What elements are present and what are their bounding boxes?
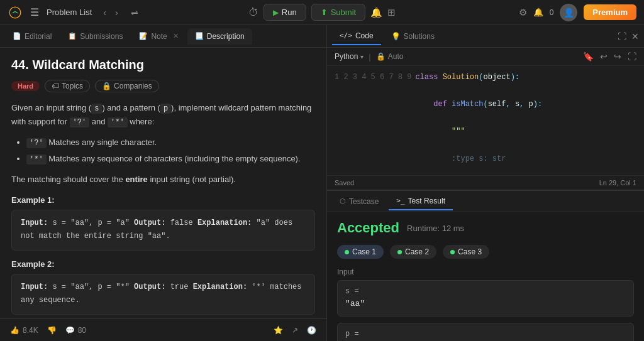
premium-button[interactable]: Premium xyxy=(584,4,636,20)
tab-description[interactable]: 📃 Description xyxy=(187,28,252,45)
lang-bar: Python ▾ | 🔒 Auto 🔖 ↩ ↪ ⛶ xyxy=(327,48,644,66)
bullet-1: '?' Matches any single character. xyxy=(26,136,315,149)
case-2-dot xyxy=(397,250,402,254)
tag-icon: 🏷 xyxy=(52,82,59,90)
topics-tag[interactable]: 🏷 Topics xyxy=(45,80,90,92)
q-code: '?' xyxy=(70,117,90,127)
s-var-label: s = xyxy=(345,286,626,298)
auto-button[interactable]: 🔒 Auto xyxy=(376,52,404,61)
cases-row: Case 1 Case 2 Case 3 xyxy=(337,245,634,259)
example-2-title: Example 2: xyxy=(11,259,315,269)
case-3-button[interactable]: Case 3 xyxy=(443,245,489,259)
example-2-code: Input: s = "aa", p = "*" Output: true Ex… xyxy=(11,274,315,315)
expand-icon[interactable]: ⛶ xyxy=(618,31,626,41)
tab-submissions[interactable]: 📋 Submissions xyxy=(60,28,130,45)
lang-separator: | xyxy=(369,52,370,62)
like-button[interactable]: 👍 8.4K xyxy=(10,326,38,335)
p-var-label: p = xyxy=(345,328,626,340)
bullets-list: '?' Matches any single character. '*' Ma… xyxy=(11,136,315,166)
code-tabs-bar: </> Code 💡 Solutions ⛶ ✕ xyxy=(327,25,644,48)
nav-arrows: ‹ › xyxy=(99,5,121,20)
example-1-code: Input: s = "aa", p = "a" Output: false E… xyxy=(11,210,315,251)
solutions-icon: 💡 xyxy=(391,32,401,41)
note-icon: 📝 xyxy=(139,32,148,40)
python-label: Python xyxy=(335,52,358,61)
thumbs-down-icon: 👎 xyxy=(47,326,57,335)
tab-note[interactable]: 📝 Note ✕ xyxy=(131,28,186,45)
p-code: p xyxy=(160,104,171,114)
tab-test-result[interactable]: >_ Test Result xyxy=(389,193,453,210)
share-icon: ↗ xyxy=(292,326,298,335)
collapse-icon[interactable]: ✕ xyxy=(631,31,639,41)
terminal-icon: >_ xyxy=(396,197,404,205)
result-content: Accepted Runtime: 12 ms Case 1 Case 2 Ca… xyxy=(327,212,644,341)
s-val: "aa" xyxy=(345,298,626,311)
next-arrow[interactable]: › xyxy=(111,5,122,20)
testcase-icon: ⬡ xyxy=(340,197,346,205)
prev-arrow[interactable]: ‹ xyxy=(99,5,110,20)
nav-right: ⚙ 🔔 0 👤 Premium xyxy=(519,4,636,21)
editorial-icon: 📄 xyxy=(13,32,21,40)
chevron-down-icon: ▾ xyxy=(360,53,364,60)
timer-icon: ⏱ xyxy=(248,7,258,18)
refresh-icon[interactable]: ↩ xyxy=(600,51,608,62)
settings-icon[interactable]: ⚙ xyxy=(519,7,527,18)
bullet-2: '*' Matches any sequence of characters (… xyxy=(26,152,315,166)
avatar[interactable]: 👤 xyxy=(560,4,577,21)
note-close-icon[interactable]: ✕ xyxy=(173,32,179,40)
case-3-dot xyxy=(450,250,455,254)
layout-icon[interactable]: ⊞ xyxy=(387,7,396,18)
hamburger-icon[interactable]: ☰ xyxy=(28,4,42,21)
logo[interactable] xyxy=(8,5,23,20)
share-button[interactable]: ↗ xyxy=(292,326,298,335)
building-icon: 🔒 xyxy=(102,82,111,90)
companies-tag[interactable]: 🔒 Companies xyxy=(95,80,159,92)
problem-title: 44. Wildcard Matching xyxy=(11,58,315,72)
runtime-text: Runtime: 12 ms xyxy=(407,224,464,233)
tab-editorial[interactable]: 📄 Editorial xyxy=(5,28,59,45)
undo-icon[interactable]: ↪ xyxy=(614,51,621,62)
lock-icon: 🔒 xyxy=(376,52,386,61)
bookmark-code-icon[interactable]: 🔖 xyxy=(583,51,594,62)
case-1-button[interactable]: Case 1 xyxy=(337,245,384,259)
clock-icon: 🕐 xyxy=(307,326,316,335)
language-selector[interactable]: Python ▾ xyxy=(335,52,364,61)
run-button[interactable]: ▶ Run xyxy=(264,4,306,21)
code-area[interactable]: 1 2 3 4 5 6 7 8 9 class Solution(object)… xyxy=(327,66,644,175)
fullscreen-icon[interactable]: ⛶ xyxy=(628,51,636,62)
tags-row: Hard 🏷 Topics 🔒 Companies xyxy=(11,80,315,92)
code-bracket-icon: </> xyxy=(340,31,352,40)
tab-code[interactable]: </> Code xyxy=(332,28,381,45)
main-layout: 📄 Editorial 📋 Submissions 📝 Note ✕ 📃 Des… xyxy=(0,25,644,341)
tab-solutions[interactable]: 💡 Solutions xyxy=(384,28,442,45)
tab-testcase[interactable]: ⬡ Testcase xyxy=(332,193,386,210)
shuffle-button[interactable]: ⇌ xyxy=(127,5,142,20)
example-1: Example 1: Input: s = "aa", p = "a" Outp… xyxy=(11,195,315,251)
case-1-dot xyxy=(345,250,349,254)
code-status-bar: Saved Ln 29, Col 1 xyxy=(327,175,644,190)
comment-icon: 💬 xyxy=(65,326,75,335)
cursor-position: Ln 29, Col 1 xyxy=(599,179,636,187)
lang-icons: 🔖 ↩ ↪ ⛶ xyxy=(583,51,636,62)
result-tabs: ⬡ Testcase >_ Test Result xyxy=(327,191,644,212)
case-2-button[interactable]: Case 2 xyxy=(390,245,436,259)
example-1-title: Example 1: xyxy=(11,195,315,205)
top-nav: ☰ Problem List ‹ › ⇌ ⏱ ▶ Run ⬆ Submit 🔔 … xyxy=(0,0,644,25)
comment-button[interactable]: 💬 80 xyxy=(65,326,86,335)
example-2: Example 2: Input: s = "aa", p = "*" Outp… xyxy=(11,259,315,315)
code-tab-icons: ⛶ ✕ xyxy=(618,31,639,41)
play-icon: ▶ xyxy=(273,8,279,17)
bell-icon[interactable]: 🔔 xyxy=(533,8,543,17)
problem-list-label[interactable]: Problem List xyxy=(47,8,92,17)
difficulty-badge: Hard xyxy=(11,81,40,91)
more-button[interactable]: 🕐 xyxy=(307,326,316,335)
left-panel: 📄 Editorial 📋 Submissions 📝 Note ✕ 📃 Des… xyxy=(0,25,327,341)
alarm-icon[interactable]: 🔔 xyxy=(370,7,382,18)
dislike-button[interactable]: 👎 xyxy=(47,326,57,335)
result-header: Accepted Runtime: 12 ms xyxy=(337,220,634,236)
description-paragraph-2: The matching should cover the entire inp… xyxy=(11,173,315,187)
code-content[interactable]: class Solution(object): def isMatch(self… xyxy=(415,66,644,175)
bookmark-button[interactable]: ⭐ xyxy=(274,326,283,335)
submit-button[interactable]: ⬆ Submit xyxy=(311,4,365,21)
thumbs-up-icon: 👍 xyxy=(10,326,19,335)
